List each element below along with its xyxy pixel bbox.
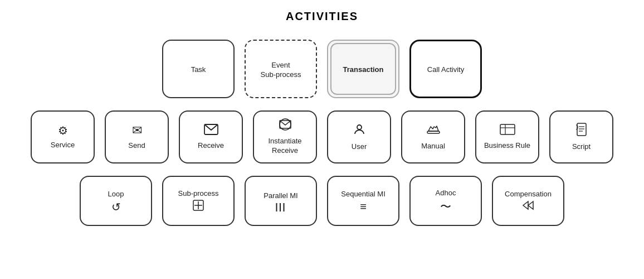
adhoc-label: Adhoc (436, 189, 456, 197)
parallel-mi-card[interactable]: Parallel MI ||| (245, 176, 317, 226)
receive-card[interactable]: Receive (179, 110, 243, 163)
transaction-card[interactable]: Transaction (327, 40, 399, 98)
task-label: Task (191, 65, 206, 75)
parallel-mi-label: Parallel MI (264, 191, 297, 200)
row-2: ⚙ Service ✉ Send Receive Instantiate Rec… (0, 110, 644, 163)
service-icon: ⚙ (58, 124, 68, 137)
compensation-card[interactable]: Compensation (492, 176, 564, 226)
subprocess-card[interactable]: Sub-process (162, 176, 235, 226)
receive-icon (204, 124, 218, 138)
script-card[interactable]: Script (549, 110, 613, 163)
sequential-mi-label: Sequential MI (341, 190, 386, 198)
manual-label: Manual (421, 142, 445, 151)
event-subprocess-label: Event Sub-process (261, 61, 301, 80)
row-3: Loop ↺ Sub-process Parallel MI ||| Seque… (0, 176, 644, 226)
business-rule-icon (500, 124, 515, 138)
compensation-label: Compensation (505, 190, 552, 198)
instantiate-receive-card[interactable]: Instantiate Receive (253, 110, 317, 163)
svg-point-3 (357, 125, 362, 129)
svg-rect-4 (427, 131, 440, 133)
loop-label: Loop (108, 190, 124, 198)
svg-rect-8 (577, 123, 586, 136)
service-label: Service (51, 141, 75, 150)
receive-label: Receive (198, 141, 224, 151)
send-card[interactable]: ✉ Send (105, 110, 169, 163)
manual-icon (426, 123, 441, 138)
manual-card[interactable]: Manual (401, 110, 465, 163)
user-label: User (352, 142, 367, 152)
script-icon (575, 123, 588, 139)
svg-marker-16 (528, 201, 533, 209)
task-card[interactable]: Task (162, 40, 235, 98)
call-activity-card[interactable]: Call Activity (409, 40, 482, 98)
compensation-icon (522, 200, 534, 213)
business-rule-card[interactable]: Business Rule (475, 110, 539, 163)
loop-icon: ↺ (111, 200, 121, 214)
instantiate-receive-icon (278, 118, 292, 133)
send-label: Send (128, 141, 145, 151)
sequential-mi-icon: ≡ (360, 200, 367, 213)
call-activity-label: Call Activity (427, 65, 464, 75)
page-title: ACTIVITIES (0, 0, 644, 28)
loop-card[interactable]: Loop ↺ (80, 176, 152, 226)
user-icon (353, 123, 366, 139)
svg-marker-15 (523, 201, 528, 209)
business-rule-label: Business Rule (484, 141, 530, 151)
send-icon: ✉ (132, 123, 142, 138)
adhoc-icon: 〜 (440, 199, 451, 214)
parallel-mi-icon: ||| (275, 202, 286, 212)
subprocess-icon (193, 200, 204, 214)
service-card[interactable]: ⚙ Service (31, 110, 95, 163)
user-card[interactable]: User (327, 110, 391, 163)
sequential-mi-card[interactable]: Sequential MI ≡ (327, 176, 399, 226)
instantiate-receive-label: Instantiate Receive (269, 137, 302, 156)
subprocess-label: Sub-process (178, 189, 219, 198)
row-1: Task Event Sub-process Transaction Call … (0, 40, 644, 98)
event-subprocess-card[interactable]: Event Sub-process (245, 40, 317, 98)
script-label: Script (572, 142, 591, 152)
svg-rect-5 (500, 124, 515, 134)
adhoc-card[interactable]: Adhoc 〜 (409, 176, 482, 226)
transaction-label: Transaction (343, 65, 384, 75)
